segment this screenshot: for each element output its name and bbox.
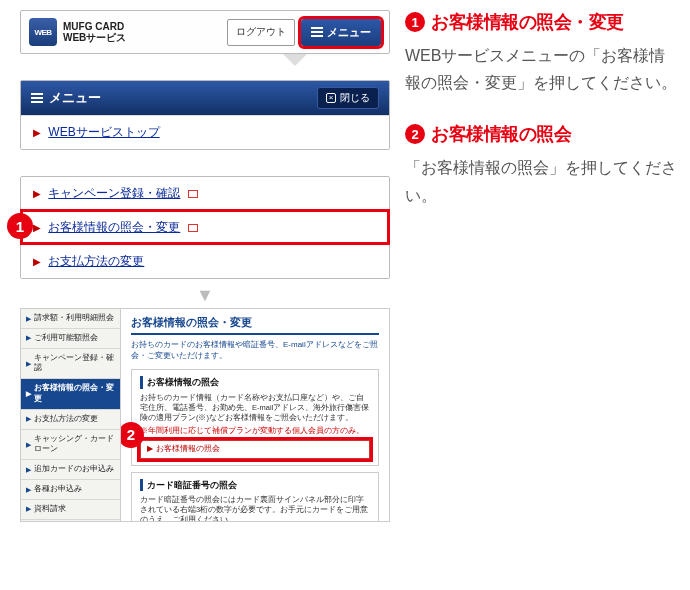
menu-drawer-title: メニュー bbox=[49, 89, 101, 107]
caret-icon: ▶ bbox=[147, 444, 153, 453]
logout-button[interactable]: ログアウト bbox=[227, 19, 295, 46]
step-title: お客様情報の照会 bbox=[431, 122, 571, 146]
section-heading: お客様情報の照会 bbox=[140, 376, 370, 388]
step-1: 1 お客様情報の照会・変更 WEBサービスメニューの「お客様情報の照会・変更」を… bbox=[405, 10, 680, 96]
step-number-icon: 1 bbox=[405, 12, 425, 32]
sidebar-item-label: 請求額・利用明細照会 bbox=[34, 313, 114, 324]
caret-icon: ▶ bbox=[33, 222, 41, 233]
badge-icon bbox=[188, 224, 198, 232]
caret-icon: ▶ bbox=[26, 333, 31, 342]
caret-icon: ▶ bbox=[33, 188, 41, 199]
step-heading: 2 お客様情報の照会 bbox=[405, 122, 680, 146]
sidebar-item-label: キャッシング・カードローン bbox=[34, 434, 115, 456]
menu-links-panel: ▶ キャンペーン登録・確認 1 ▶ お客様情報の照会・変更 ▶ お支払方法の変更 bbox=[20, 176, 390, 279]
menu-item-customer-info[interactable]: 1 ▶ お客様情報の照会・変更 bbox=[21, 210, 389, 244]
section-text: お持ちのカード情報（カード名称やお支払口座など）や、ご自宅住所、電話番号、お勤め… bbox=[140, 393, 370, 423]
step-body: 「お客様情報の照会」を押してください。 bbox=[405, 154, 680, 208]
sidebar-item[interactable]: ▶お支払方法の変更 bbox=[21, 410, 120, 430]
brand-line2: WEBサービス bbox=[63, 32, 126, 43]
customer-info-inquiry-button[interactable]: ▶お客様情報の照会 bbox=[140, 440, 370, 459]
caret-icon: ▶ bbox=[26, 414, 31, 423]
caret-icon: ▶ bbox=[26, 314, 31, 323]
menu-item-payment[interactable]: ▶ お支払方法の変更 bbox=[21, 244, 389, 278]
caret-icon: ▶ bbox=[33, 127, 41, 138]
menu-item-webtop[interactable]: ▶ WEBサービストップ bbox=[21, 115, 389, 149]
sidebar-item-label: キャンペーン登録・確認 bbox=[34, 353, 115, 375]
sidebar-item-label: 追加カードのお申込み bbox=[34, 464, 114, 475]
brand: WEB MUFG CARD WEBサービス bbox=[29, 18, 126, 46]
phone-topbar: WEB MUFG CARD WEBサービス ログアウト メニュー bbox=[20, 10, 390, 54]
sidebar-item[interactable]: ▶請求額・利用明細照会 bbox=[21, 309, 120, 329]
sidebar-item[interactable]: ▶キャッシング・カードローン bbox=[21, 430, 120, 461]
close-icon: × bbox=[326, 93, 336, 103]
sidebar-item-label: ご利用可能額照会 bbox=[34, 333, 98, 344]
sidebar-item[interactable]: ▶ご利用可能額照会 bbox=[21, 329, 120, 349]
sidebar-item[interactable]: ▶各種お申込み bbox=[21, 480, 120, 500]
caret-icon: ▶ bbox=[33, 256, 41, 267]
desktop-screenshot: ▶請求額・利用明細照会▶ご利用可能額照会▶キャンペーン登録・確認▶お客様情報の照… bbox=[20, 308, 390, 522]
step-title: お客様情報の照会・変更 bbox=[431, 10, 624, 34]
badge-icon bbox=[188, 190, 198, 198]
hamburger-icon bbox=[31, 91, 43, 105]
desktop-main: お客様情報の照会・変更 お持ちのカードのお客様情報や暗証番号、E-mailアドレ… bbox=[121, 309, 389, 521]
section-customer-info: お客様情報の照会 お持ちのカード情報（カード名称やお支払口座など）や、ご自宅住所… bbox=[131, 369, 379, 465]
menu-item-link[interactable]: お支払方法の変更 bbox=[48, 254, 144, 268]
button-label: お客様情報の照会 bbox=[156, 444, 220, 453]
step-number-icon: 2 bbox=[405, 124, 425, 144]
menu-item-campaign[interactable]: ▶ キャンペーン登録・確認 bbox=[21, 177, 389, 210]
sidebar-item-label: 資料請求 bbox=[34, 504, 66, 515]
desktop-sidebar: ▶請求額・利用明細照会▶ご利用可能額照会▶キャンペーン登録・確認▶お客様情報の照… bbox=[21, 309, 121, 521]
caret-icon: ▶ bbox=[26, 465, 31, 474]
step-2: 2 お客様情報の照会 「お客様情報の照会」を押してください。 bbox=[405, 122, 680, 208]
menu-drawer-header: メニュー × 閉じる bbox=[21, 81, 389, 115]
caret-icon: ▶ bbox=[26, 485, 31, 494]
menu-button[interactable]: メニュー bbox=[301, 19, 381, 46]
caret-icon: ▶ bbox=[26, 389, 31, 398]
step-body: WEBサービスメニューの「お客様情報の照会・変更」を押してください。 bbox=[405, 42, 680, 96]
page-lead: お持ちのカードのお客様情報や暗証番号、E-mailアドレスなどをご照会・ご変更い… bbox=[131, 340, 379, 362]
hamburger-icon bbox=[311, 25, 323, 39]
caret-icon: ▶ bbox=[26, 440, 31, 449]
menu-item-link[interactable]: WEBサービストップ bbox=[48, 125, 159, 139]
sidebar-item[interactable]: ▶お問い合わせ bbox=[21, 520, 120, 522]
menu-drawer: メニュー × 閉じる ▶ WEBサービストップ bbox=[20, 80, 390, 150]
menu-item-link[interactable]: キャンペーン登録・確認 bbox=[48, 186, 180, 200]
section-warning: ※年間利用に応じて補償プランが変動する個人会員の方のみ。 bbox=[140, 426, 370, 436]
section-text: カード暗証番号の照会にはカード裏面サインパネル部分に印字されている右端3桁の数字… bbox=[140, 495, 370, 521]
brand-text: MUFG CARD WEBサービス bbox=[63, 21, 126, 43]
close-button[interactable]: × 閉じる bbox=[317, 87, 379, 109]
sidebar-item[interactable]: ▶追加カードのお申込み bbox=[21, 460, 120, 480]
sidebar-item-label: 各種お申込み bbox=[34, 484, 82, 495]
step-heading: 1 お客様情報の照会・変更 bbox=[405, 10, 680, 34]
sidebar-item[interactable]: ▶資料請求 bbox=[21, 500, 120, 520]
close-label: 閉じる bbox=[340, 91, 370, 105]
sidebar-item-label: お支払方法の変更 bbox=[34, 414, 98, 425]
sidebar-item[interactable]: ▶キャンペーン登録・確認 bbox=[21, 349, 120, 380]
sidebar-item[interactable]: ▶お客様情報の照会・変更 bbox=[21, 379, 120, 410]
brand-line1: MUFG CARD bbox=[63, 21, 126, 32]
sidebar-item-label: お客様情報の照会・変更 bbox=[34, 383, 115, 405]
caret-icon: ▶ bbox=[26, 504, 31, 513]
callout-tail-icon bbox=[283, 54, 307, 66]
topbar-buttons: ログアウト メニュー bbox=[227, 19, 381, 46]
section-pin-inquiry: カード暗証番号の照会 カード暗証番号の照会にはカード裏面サインパネル部分に印字さ… bbox=[131, 472, 379, 521]
brand-logo-icon: WEB bbox=[29, 18, 57, 46]
step-badge-1: 1 bbox=[7, 213, 33, 239]
page-title: お客様情報の照会・変更 bbox=[131, 315, 379, 335]
menu-item-link[interactable]: お客様情報の照会・変更 bbox=[48, 220, 180, 234]
instructions: 1 お客様情報の照会・変更 WEBサービスメニューの「お客様情報の照会・変更」を… bbox=[405, 10, 680, 235]
down-arrow-icon: ▼ bbox=[20, 285, 390, 306]
section-heading: カード暗証番号の照会 bbox=[140, 479, 370, 491]
caret-icon: ▶ bbox=[26, 359, 31, 368]
menu-button-label: メニュー bbox=[327, 25, 371, 40]
